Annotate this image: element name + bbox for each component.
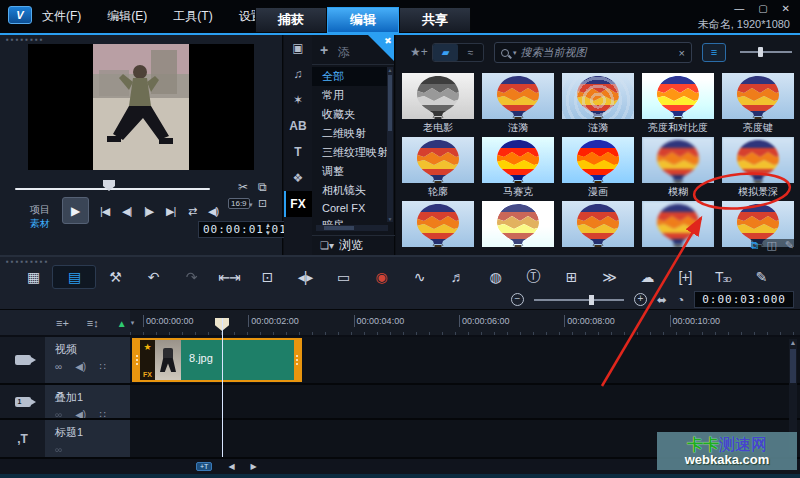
filter-item-row3-12[interactable]: [558, 199, 638, 255]
pane-view-icon[interactable]: ◫: [766, 239, 776, 252]
search-input[interactable]: 搜索当前视图: [521, 45, 675, 60]
repeat-icon[interactable]: ⇄: [188, 205, 196, 218]
category-item-5[interactable]: 调整: [312, 162, 388, 181]
title-track-icon[interactable]: ,T: [0, 420, 45, 457]
filter-thumbnail[interactable]: [722, 137, 794, 183]
filter-thumbnail[interactable]: [562, 201, 634, 247]
speaker-icon[interactable]: ◀): [75, 361, 86, 372]
slider-thumb[interactable]: [758, 47, 763, 57]
overlay-track-icon[interactable]: 1: [0, 385, 45, 418]
tab-0[interactable]: 捕获: [255, 7, 327, 33]
project-duration-timecode[interactable]: 0:00:03:000: [694, 291, 794, 308]
video-track-header[interactable]: 视频 ∞ ◀) ∷: [45, 337, 130, 383]
maximize-button[interactable]: ▢: [758, 3, 767, 14]
track-manager-icon[interactable]: ≡+: [56, 317, 69, 329]
next-frame-button[interactable]: |▶: [144, 205, 153, 218]
category-hscrollbar[interactable]: [316, 225, 388, 231]
project-mode-label[interactable]: 项目: [30, 203, 50, 217]
subtitle-editor-icon[interactable]: Ⓣ: [514, 268, 552, 286]
play-button[interactable]: ▶: [62, 197, 89, 224]
filter-thumbnail[interactable]: [402, 137, 474, 183]
filter-item-row3-11[interactable]: [478, 199, 558, 255]
search-box[interactable]: ▾ 搜索当前视图 ×: [494, 42, 692, 63]
clip-mode-label[interactable]: 素材: [30, 217, 50, 231]
overlay-track-content[interactable]: [130, 385, 800, 418]
category-scrollbar[interactable]: ▲▼: [387, 67, 393, 222]
scroll-right-icon[interactable]: ▶: [251, 462, 257, 471]
go-end-button[interactable]: ▶|: [166, 205, 175, 218]
scroll-up-icon[interactable]: ▲: [789, 339, 797, 347]
category-item-3[interactable]: 二维映射: [312, 124, 388, 143]
filter-item-老电影[interactable]: 老电影: [398, 71, 478, 135]
filter-item-亮度和对比度[interactable]: 亮度和对比度: [638, 71, 718, 135]
filter-thumbnail[interactable]: [402, 201, 474, 247]
ripple-edit-icon[interactable]: ∷: [99, 361, 105, 372]
timeline-view-icon[interactable]: ▤: [52, 265, 96, 289]
zoom-in-icon[interactable]: +: [634, 293, 647, 306]
display-mode-button[interactable]: ≡: [702, 43, 726, 62]
timeline-ruler[interactable]: 00:00:00:0000:00:02:0000:00:04:0000:00:0…: [130, 310, 800, 336]
add-favorite-icon[interactable]: ★+: [410, 45, 428, 59]
edit-options-icon[interactable]: ✎: [785, 239, 794, 252]
filter-thumbnail[interactable]: [642, 73, 714, 119]
title-track-header[interactable]: 标题1 ∞: [45, 420, 130, 457]
speech-to-text-icon[interactable]: ☁: [628, 269, 666, 285]
add-icon[interactable]: +: [320, 42, 328, 58]
redo-icon[interactable]: ↷: [172, 269, 210, 285]
volume-icon[interactable]: ◀): [208, 205, 218, 218]
sound-mixer-icon[interactable]: ∿: [400, 269, 438, 285]
category-item-1[interactable]: 常用: [312, 86, 388, 105]
slider-thumb[interactable]: [589, 295, 594, 305]
filter-item-漫画[interactable]: 漫画: [558, 135, 638, 199]
add-track-chip[interactable]: +T: [196, 462, 212, 471]
preview-scrub-track[interactable]: [15, 188, 210, 190]
fit-project-icon[interactable]: ⇤⇥: [210, 269, 248, 285]
3d-title-icon[interactable]: T3D: [704, 269, 742, 285]
screen-capture-icon[interactable]: ⊡: [248, 269, 286, 285]
category-item-4[interactable]: 三维纹理映射: [312, 143, 388, 162]
track-height-icon[interactable]: ≡↕: [87, 317, 99, 329]
browse-row[interactable]: ❏▾ 浏览: [312, 235, 395, 255]
split-clip-icon[interactable]: ◂|▸: [286, 269, 324, 285]
library-nav-audio[interactable]: ♫: [284, 61, 312, 87]
filter-item-模拟景深[interactable]: 模拟景深: [718, 135, 798, 199]
motion-tracking-icon[interactable]: ≫: [590, 269, 628, 285]
overlay-track-header[interactable]: 叠加1 ∞ ◀) ∷: [45, 385, 130, 418]
category-item-2[interactable]: 收藏夹: [312, 105, 388, 124]
tab-1[interactable]: 编辑: [327, 7, 399, 33]
clip-trim-handle-right[interactable]: [294, 340, 300, 380]
thumbnail-view-icon[interactable]: ⧉: [751, 239, 759, 252]
library-nav-filter[interactable]: FX: [284, 191, 312, 217]
add-label[interactable]: 添: [338, 44, 350, 61]
library-nav-transition[interactable]: AB: [284, 113, 312, 139]
filter-item-亮度键[interactable]: 亮度键: [718, 71, 798, 135]
filter-thumbnail[interactable]: [642, 137, 714, 183]
filter-thumbnail[interactable]: [482, 137, 554, 183]
undo-icon[interactable]: ↶: [134, 269, 172, 285]
timeline-clip[interactable]: ★ FX 8.jpg: [132, 338, 302, 382]
filter-thumbnail[interactable]: [562, 137, 634, 183]
filter-item-row3-10[interactable]: [398, 199, 478, 255]
trim-clip-icon[interactable]: ▭: [324, 269, 362, 285]
audio-effects-toggle[interactable]: ≈: [458, 44, 483, 61]
minimize-button[interactable]: —: [734, 3, 744, 14]
filter-item-涟漪[interactable]: 涟漪: [558, 71, 638, 135]
prev-frame-button[interactable]: ◀|: [122, 205, 131, 218]
filter-thumbnail[interactable]: [722, 73, 794, 119]
copy-icon[interactable]: ⧉: [258, 180, 267, 194]
timecode-spinner[interactable]: ▲▼: [265, 221, 271, 237]
zoom-out-icon[interactable]: −: [511, 293, 524, 306]
painting-creator-icon[interactable]: ◉: [362, 269, 400, 285]
aspect-ratio-chip[interactable]: 16:9: [228, 198, 250, 209]
filter-thumbnail[interactable]: [482, 201, 554, 247]
cut-icon[interactable]: ✂: [238, 180, 248, 194]
scroll-left-icon[interactable]: ◀: [228, 462, 234, 471]
filter-item-轮廓[interactable]: 轮廓: [398, 135, 478, 199]
link-icon[interactable]: ∞: [55, 361, 62, 372]
clear-search-icon[interactable]: ×: [679, 47, 685, 59]
clock-icon[interactable]: ◔: [677, 293, 684, 307]
playhead-line[interactable]: [222, 318, 223, 457]
video-track-content[interactable]: ★ FX 8.jpg: [130, 337, 800, 383]
tools-icon[interactable]: ⚒: [96, 269, 134, 285]
category-item-0[interactable]: 全部: [312, 67, 388, 86]
